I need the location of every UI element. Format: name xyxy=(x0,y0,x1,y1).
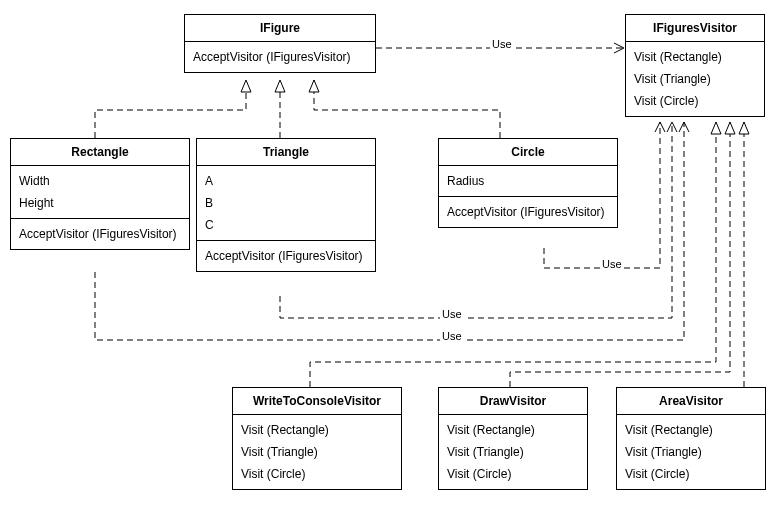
class-title: IFiguresVisitor xyxy=(626,15,764,42)
class-methods: AcceptVisitor (IFiguresVisitor) xyxy=(185,42,375,72)
method: Visit (Circle) xyxy=(625,463,757,485)
class-ifigure: IFigure AcceptVisitor (IFiguresVisitor) xyxy=(184,14,376,73)
class-title: Triangle xyxy=(197,139,375,166)
class-ifiguresvisitor: IFiguresVisitor Visit (Rectangle) Visit … xyxy=(625,14,765,117)
class-attrs: A B C xyxy=(197,166,375,241)
class-methods: AcceptVisitor (IFiguresVisitor) xyxy=(197,241,375,271)
uml-canvas: { "classes": { "ifigure": { "title": "IF… xyxy=(0,0,777,524)
class-methods: Visit (Rectangle) Visit (Triangle) Visit… xyxy=(626,42,764,116)
class-attrs: Width Height xyxy=(11,166,189,219)
class-methods: Visit (Rectangle) Visit (Triangle) Visit… xyxy=(617,415,765,489)
method: Visit (Circle) xyxy=(241,463,393,485)
attr: Width xyxy=(19,170,181,192)
class-title: Rectangle xyxy=(11,139,189,166)
edge-circle-realize-ifigure xyxy=(314,80,500,138)
method: AcceptVisitor (IFiguresVisitor) xyxy=(193,46,367,68)
class-methods: AcceptVisitor (IFiguresVisitor) xyxy=(439,197,617,227)
method: Visit (Rectangle) xyxy=(634,46,756,68)
class-title: Circle xyxy=(439,139,617,166)
label-rectangle-use: Use xyxy=(440,330,464,342)
attr: Radius xyxy=(447,170,609,192)
edge-rectangle-realize-ifigure xyxy=(95,80,246,138)
label-triangle-use: Use xyxy=(440,308,464,320)
label-circle-use: Use xyxy=(600,258,624,270)
class-methods: Visit (Rectangle) Visit (Triangle) Visit… xyxy=(233,415,401,489)
class-title: DrawVisitor xyxy=(439,388,587,415)
method: Visit (Circle) xyxy=(634,90,756,112)
method: Visit (Rectangle) xyxy=(447,419,579,441)
class-writetoconsolevisitor: WriteToConsoleVisitor Visit (Rectangle) … xyxy=(232,387,402,490)
method: Visit (Triangle) xyxy=(625,441,757,463)
label-ifigure-use: Use xyxy=(490,38,514,50)
class-circle: Circle Radius AcceptVisitor (IFiguresVis… xyxy=(438,138,618,228)
class-areavisitor: AreaVisitor Visit (Rectangle) Visit (Tri… xyxy=(616,387,766,490)
method: Visit (Triangle) xyxy=(634,68,756,90)
method: Visit (Rectangle) xyxy=(625,419,757,441)
method: Visit (Triangle) xyxy=(241,441,393,463)
attr: C xyxy=(205,214,367,236)
method: Visit (Triangle) xyxy=(447,441,579,463)
method: Visit (Circle) xyxy=(447,463,579,485)
class-triangle: Triangle A B C AcceptVisitor (IFiguresVi… xyxy=(196,138,376,272)
class-title: AreaVisitor xyxy=(617,388,765,415)
method: AcceptVisitor (IFiguresVisitor) xyxy=(19,223,181,245)
class-rectangle: Rectangle Width Height AcceptVisitor (IF… xyxy=(10,138,190,250)
class-attrs: Radius xyxy=(439,166,617,197)
method: Visit (Rectangle) xyxy=(241,419,393,441)
class-drawvisitor: DrawVisitor Visit (Rectangle) Visit (Tri… xyxy=(438,387,588,490)
attr: Height xyxy=(19,192,181,214)
method: AcceptVisitor (IFiguresVisitor) xyxy=(447,201,609,223)
method: AcceptVisitor (IFiguresVisitor) xyxy=(205,245,367,267)
class-title: IFigure xyxy=(185,15,375,42)
class-methods: AcceptVisitor (IFiguresVisitor) xyxy=(11,219,189,249)
attr: A xyxy=(205,170,367,192)
class-title: WriteToConsoleVisitor xyxy=(233,388,401,415)
class-methods: Visit (Rectangle) Visit (Triangle) Visit… xyxy=(439,415,587,489)
attr: B xyxy=(205,192,367,214)
